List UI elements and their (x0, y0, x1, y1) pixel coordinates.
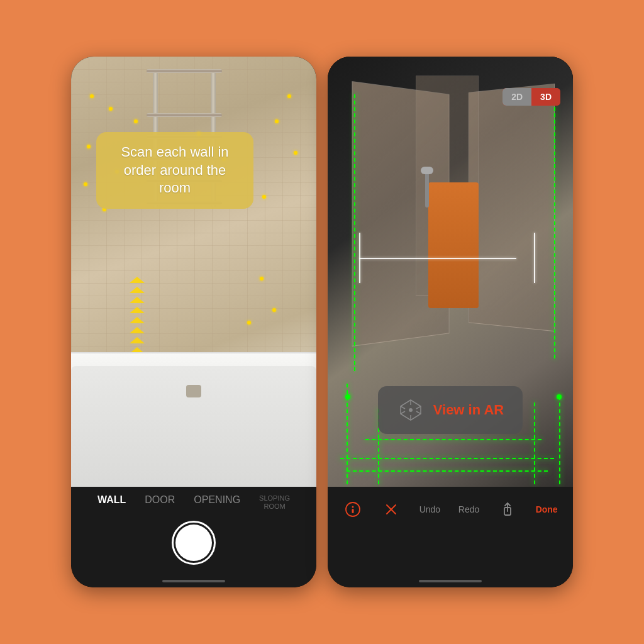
ar-dot (90, 94, 94, 98)
close-icon (381, 499, 401, 519)
svg-rect-10 (352, 509, 354, 513)
scan-tooltip: Scan each wall in order around the room (96, 132, 253, 209)
shower-wall-right (469, 84, 555, 331)
ar-dot (294, 151, 297, 155)
ar-dot (247, 321, 251, 325)
tab-wall[interactable]: WALL (97, 494, 126, 511)
toolbar-close[interactable] (381, 499, 401, 519)
view-ar-container: View in AR (328, 386, 573, 434)
view-ar-text: View in AR (433, 402, 504, 418)
right-phone: 2D 3D (328, 57, 573, 587)
camera-view-right: 2D 3D (328, 57, 573, 535)
toggle-2d[interactable]: 2D (502, 88, 531, 106)
app-container: Scan each wall in order around the room … (0, 0, 644, 644)
home-indicator (162, 580, 225, 582)
ar-dot (275, 119, 279, 123)
toolbar-share[interactable] (497, 499, 518, 519)
bathtub-inside (71, 366, 316, 503)
bottom-bar-left: WALL DOOR OPENING SLOPINGROOM (71, 487, 316, 587)
toolbar-undo[interactable]: Undo (419, 504, 440, 514)
scan-tooltip-text: Scan each wall in order around the room (121, 144, 228, 196)
tab-opening[interactable]: OPENING (194, 494, 240, 511)
mode-tabs: WALL DOOR OPENING SLOPINGROOM (97, 494, 290, 511)
toggle-3d[interactable]: 3D (531, 88, 560, 106)
view-ar-button[interactable]: View in AR (378, 386, 523, 434)
svg-line-5 (416, 411, 421, 414)
towel-orange (428, 182, 479, 308)
info-icon (343, 499, 363, 519)
ar-dot (87, 145, 91, 148)
tab-sloping[interactable]: SLOPINGROOM (259, 494, 290, 511)
share-icon (497, 499, 518, 519)
svg-line-7 (416, 406, 421, 409)
ar-wall-line-v1 (354, 94, 355, 371)
capture-button-inner (175, 525, 212, 561)
ar-wall-line-v2 (554, 94, 555, 358)
bottom-bar-right: Undo Redo Done (328, 487, 573, 587)
ar-floor-line-h1 (340, 458, 554, 459)
camera-view-left: Scan each wall in order around the room (71, 57, 316, 535)
toolbar-redo[interactable]: Redo (458, 504, 479, 514)
toolbar-done[interactable]: Done (536, 504, 558, 514)
ar-dot (84, 182, 87, 186)
shower-pipe (425, 170, 429, 208)
shower-background: 2D 3D (328, 57, 573, 535)
undo-label: Undo (419, 504, 440, 514)
ar-dot (260, 277, 264, 280)
ar-measure-v1 (359, 233, 360, 283)
left-phone: Scan each wall in order around the room … (71, 57, 316, 587)
bathroom-background: Scan each wall in order around the room (71, 57, 316, 535)
tab-door[interactable]: DOOR (145, 494, 175, 511)
svg-point-1 (409, 408, 413, 412)
svg-point-9 (352, 506, 354, 508)
ar-measure-h1 (359, 258, 516, 259)
ar-icon (397, 396, 425, 424)
ar-dot (272, 308, 276, 312)
toolbar-info[interactable] (343, 499, 363, 519)
home-indicator-right (419, 580, 482, 582)
capture-button[interactable] (172, 521, 216, 565)
svg-line-6 (401, 411, 405, 414)
ar-dot (134, 119, 138, 123)
toolbar-right: Undo Redo Done (328, 487, 573, 526)
ar-floor-line-h3 (347, 470, 548, 472)
ar-dot (287, 94, 291, 98)
view-toggle: 2D 3D (502, 88, 560, 106)
bathtub (71, 352, 316, 503)
shower-head (421, 167, 433, 174)
bathtub-tap (186, 385, 201, 397)
done-label: Done (536, 504, 558, 514)
redo-label: Redo (458, 504, 479, 514)
svg-line-4 (401, 406, 405, 409)
ar-dot (262, 195, 266, 199)
ar-floor-line-h2 (365, 439, 541, 440)
ar-measure-v2 (534, 233, 535, 283)
ar-dot (109, 107, 113, 111)
